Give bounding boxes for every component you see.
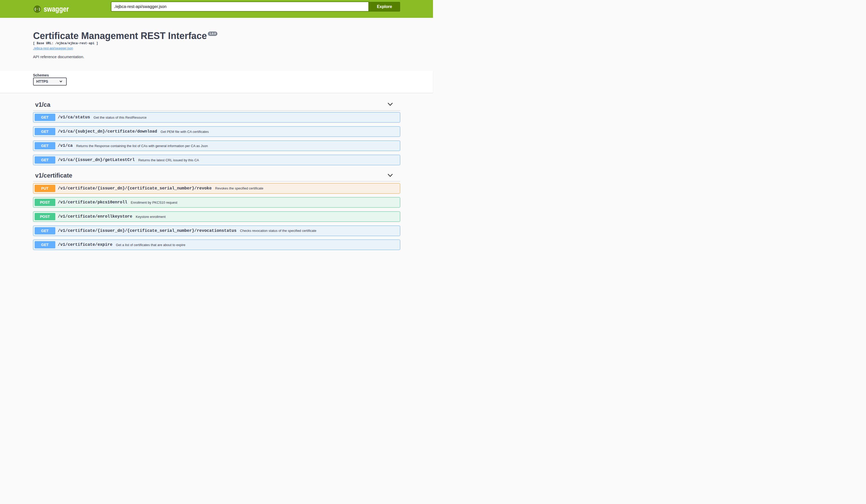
svg-text:{: { <box>34 7 36 11</box>
svg-text:}: } <box>39 7 40 11</box>
